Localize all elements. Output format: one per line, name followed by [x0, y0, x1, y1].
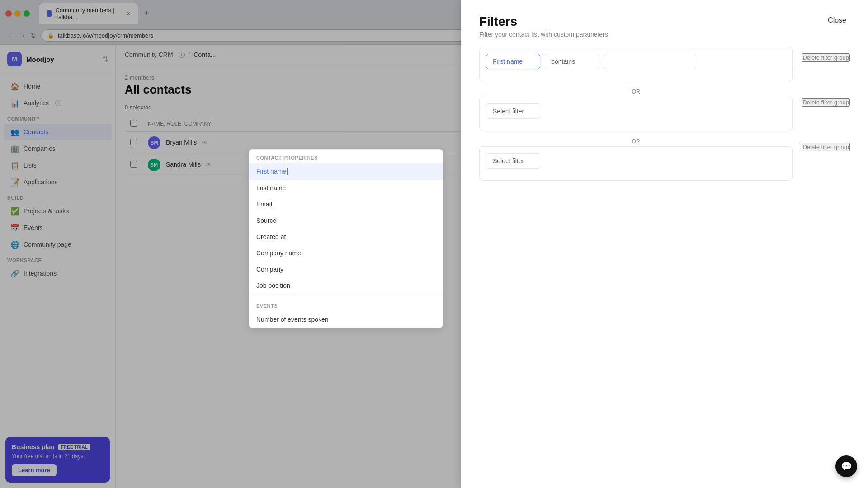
dropdown-item-job-position[interactable]: Job position: [249, 277, 443, 294]
filter-title: Filters: [479, 14, 610, 29]
filter-property-chip-1[interactable]: First name: [486, 54, 540, 69]
filter-panel: Filters Filter your contact list with cu…: [461, 0, 868, 488]
delete-filter-group-1[interactable]: Delete filter group: [802, 53, 850, 62]
filter-groups: First name contains OR Select filter OR …: [479, 47, 793, 479]
dropdown-item-source[interactable]: Source: [249, 212, 443, 229]
filter-group-2: Select filter: [479, 97, 793, 131]
filter-property-chip-2[interactable]: Select filter: [486, 103, 540, 119]
dropdown-item-company-name[interactable]: Company name: [249, 245, 443, 261]
delete-group-buttons: Delete filter group Delete filter group …: [802, 47, 850, 479]
delete-filter-group-2[interactable]: Delete filter group: [802, 98, 850, 107]
cursor-blink: [287, 168, 288, 175]
filter-subtitle: Filter your contact list with custom par…: [479, 31, 610, 38]
filter-operator-chip-1[interactable]: contains: [545, 54, 599, 69]
dropdown-item-email[interactable]: Email: [249, 196, 443, 212]
dropdown-item-num-events-spoken[interactable]: Number of events spoken: [249, 311, 443, 328]
filter-body: First name contains OR Select filter OR …: [461, 47, 868, 488]
dropdown-divider: [249, 296, 443, 296]
chat-icon: 💬: [841, 461, 852, 472]
filter-group-row-1: First name contains: [486, 54, 786, 69]
dropdown-item-last-name[interactable]: Last name: [249, 180, 443, 196]
filter-group-1: First name contains: [479, 47, 793, 81]
delete-filter-group-3[interactable]: Delete filter group: [802, 143, 850, 151]
filter-header-text: Filters Filter your contact list with cu…: [479, 14, 610, 38]
filter-group-row-2: Select filter: [486, 103, 786, 119]
filter-panel-header: Filters Filter your contact list with cu…: [461, 0, 868, 47]
or-label-1: OR: [479, 87, 793, 97]
chat-button[interactable]: 💬: [835, 455, 857, 477]
or-label-2: OR: [479, 136, 793, 146]
contact-properties-section-label: CONTACT PROPERTIES: [249, 150, 443, 163]
filter-value-input-1[interactable]: [604, 54, 696, 69]
filter-property-dropdown: CONTACT PROPERTIES First name Last name …: [249, 149, 443, 328]
dropdown-item-company[interactable]: Company: [249, 261, 443, 277]
filter-property-chip-3[interactable]: Select filter: [486, 153, 540, 169]
close-filter-button[interactable]: Close: [824, 14, 850, 26]
events-section-label: EVENTS: [249, 298, 443, 311]
dropdown-item-first-name[interactable]: First name: [249, 163, 443, 180]
filter-group-row-3: Select filter: [486, 153, 786, 169]
dropdown-item-created-at[interactable]: Created at: [249, 229, 443, 245]
filter-group-3: Select filter: [479, 146, 793, 181]
